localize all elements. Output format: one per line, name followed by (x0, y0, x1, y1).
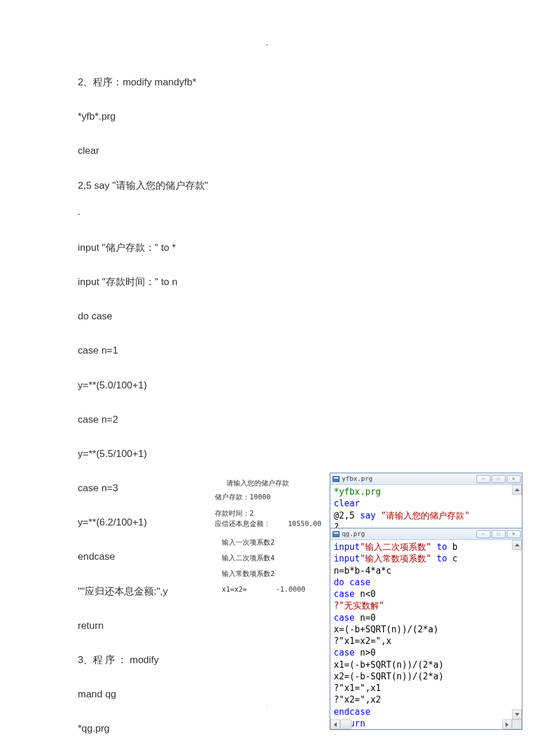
out1-result-value: 10550.00 (288, 520, 322, 528)
doc-line-18-mid: 程序： (93, 654, 129, 665)
window-titlebar[interactable]: qg.prg — ☐ ✕ (330, 528, 522, 540)
doc-line-18: 3、程序：modify (78, 652, 200, 668)
out2-coef1: 输入一次项系数2 (222, 537, 305, 548)
doc-line-20: *qg.prg (78, 721, 252, 736)
page-bottom-marker: . (266, 701, 268, 707)
scrollbar-corner (512, 719, 522, 729)
code-expr: n=b*b-4*a*c (334, 566, 391, 576)
out2-result-row: x1=x2=-1.0000 (222, 584, 305, 595)
doc-line-8: do case (78, 308, 252, 324)
window-maximize-button[interactable]: ☐ (492, 530, 506, 538)
out2-coef3: 输入常数项系数2 (222, 568, 305, 579)
scrollbar-horizontal-thumb[interactable] (340, 719, 352, 729)
code-keyword-case: case (334, 613, 355, 623)
code-print-line: ?"x2=",x2 (334, 694, 381, 705)
doc-line-12: y=**(5.5/100+1) (78, 446, 252, 462)
doc-line-11: case n=2 (78, 412, 252, 427)
scrollbar-up-button[interactable] (512, 540, 522, 550)
out1-time-row: 存款时间：2 (215, 508, 322, 519)
code-string: "输入常数项系数" (360, 553, 436, 564)
window-maximize-button[interactable]: ☐ (492, 475, 506, 483)
out1-prompt: 请输入您的储户存款 (215, 478, 322, 488)
window-file-icon (333, 531, 340, 537)
code-keyword-case: case (334, 589, 355, 599)
out1-deposit: 储户存款：10000 (215, 492, 322, 502)
out2-coef2: 输入二次项系数4 (222, 553, 305, 563)
out1-result-label: 应偿还本息金额： (215, 520, 270, 528)
code-var: c (447, 553, 457, 564)
doc-line-17: return (78, 618, 252, 633)
doc-line-4: 2,5 say "请输入您的储户存款" (78, 178, 252, 193)
code-keyword-case: case (334, 647, 355, 658)
code-string-line: ?"无实数解" (334, 600, 384, 611)
code-comment: *yfbx.prg (334, 487, 381, 497)
doc-line-2: *yfb*.prg (78, 109, 252, 124)
code-string: "输入二次项系数" (360, 542, 436, 552)
document-body: 2、程序：modify mandyfb* *yfb*.prg clear 2,5… (78, 74, 252, 756)
scrollbar-up-button[interactable] (512, 485, 522, 495)
code-string: "请输入您的储户存款" (376, 510, 470, 521)
code-keyword-input: input (334, 542, 360, 552)
out1-result-row: 应偿还本息金额：10550.00 (215, 519, 322, 529)
program-output-qg: 输入一次项系数2 输入二次项系数4 输入常数项系数2 x1=x2=-1.0000 (222, 537, 305, 600)
doc-line-3: clear (78, 143, 252, 159)
code-print-line: ?"x1=x2=",x (334, 636, 391, 646)
code-at-coords: @2,5 (334, 510, 360, 521)
window-minimize-button[interactable]: — (477, 475, 490, 483)
scrollbar-left-button[interactable] (330, 719, 340, 729)
code-print-line: ?"x1=",x1 (334, 683, 381, 693)
code-var: b (447, 542, 457, 552)
code-keyword-to: to (436, 553, 447, 564)
window-close-button[interactable]: ✕ (507, 475, 521, 483)
code-keyword-input: input (334, 553, 360, 564)
code-expr: x2=(-b-SQRT(n))/(2*a) (334, 671, 444, 682)
window-body: input"输入二次项系数" to b input"输入常数项系数" to c … (330, 540, 522, 729)
scrollbar-down-button[interactable] (512, 710, 522, 719)
window-minimize-button[interactable]: — (477, 530, 490, 538)
doc-line-9: case n=1 (78, 343, 252, 358)
code-expr: x1=(-b+SQRT(n))/(2*a) (334, 660, 444, 670)
out2-result-value: -1.0000 (276, 585, 305, 593)
code-keyword-say: say (360, 510, 376, 521)
code-cond: n=0 (355, 613, 376, 623)
window-file-icon (333, 476, 340, 482)
scrollbar-right-button[interactable] (502, 719, 512, 729)
window-close-button[interactable]: ✕ (507, 530, 521, 538)
window-title-text: yfbx.prg (342, 475, 373, 483)
doc-line-6: input "储户存款：" to * (78, 240, 252, 255)
code-keyword-to: to (436, 542, 447, 552)
code-content[interactable]: input"输入二次项系数" to b input"输入常数项系数" to c … (330, 540, 522, 729)
out1-time-value: 2 (250, 509, 254, 517)
code-keyword-endcase: endcase (334, 707, 370, 717)
code-keyword-docase: do case (334, 577, 370, 588)
doc-line-18-pre: 3、 (78, 654, 93, 665)
out1-time-label: 存款时间： (215, 509, 250, 517)
code-cond: n<0 (355, 589, 376, 599)
page-top-marker: - (266, 41, 268, 49)
code-expr: x=(-b+SQRT(n))/(2*a) (334, 624, 439, 635)
code-window-qg: qg.prg — ☐ ✕ input"输入二次项系数" to b input"输… (330, 528, 522, 730)
doc-line-10: y=**(5.0/100+1) (78, 377, 252, 393)
doc-line-18-end: modify (129, 654, 158, 665)
code-keyword-clear: clear (334, 498, 360, 509)
doc-line-7: input "存款时间：" to n (78, 274, 252, 290)
doc-line-5: " (78, 212, 252, 221)
doc-line-1: 2、程序：modify mandyfb* (78, 74, 252, 90)
code-cond: n>0 (355, 647, 376, 658)
window-title-text: qg.prg (342, 530, 365, 538)
out2-result-label: x1=x2= (222, 585, 247, 593)
window-titlebar[interactable]: yfbx.prg — ☐ ✕ (330, 473, 522, 485)
doc-line-19: mand qg (78, 686, 252, 702)
program-output-yfbx: 请输入您的储户存款 储户存款：10000 存款时间：2 应偿还本息金额：1055… (215, 478, 322, 529)
